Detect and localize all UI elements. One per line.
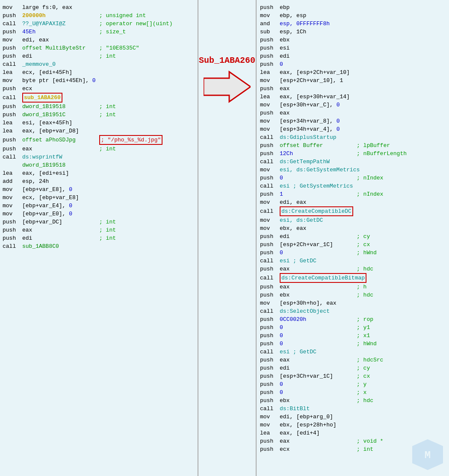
table-row: pusheax (260, 109, 446, 117)
mnemonic: call (3, 94, 22, 102)
mnemonic: mov (260, 76, 280, 85)
operand: ebp (280, 3, 357, 12)
arrow-icon (204, 70, 251, 104)
mnemonic: call (3, 242, 22, 250)
comment: ; y (357, 380, 366, 388)
table-row: pushedi (260, 52, 446, 60)
mnemonic: push (260, 44, 280, 52)
table-row: pushoffset Buffer ; lpBuffer (260, 141, 446, 150)
operand: byte ptr [edi+45Eh], 0 (22, 76, 99, 85)
mnemonic: call (260, 182, 280, 190)
operand: [esp+34h+var_4], 0 (280, 125, 357, 133)
comment: ; cx (357, 241, 370, 249)
table-row: leaeax, [esp+2Ch+var_10] (260, 68, 446, 76)
table-row: push[esp+3Ch+var_1C] ; cx (260, 372, 446, 380)
svg-text:M: M (425, 450, 431, 461)
mnemonic: push (3, 218, 22, 226)
table-row: pushdword_1B19518 ; int (3, 103, 194, 111)
operand: ebp, esp (280, 12, 357, 20)
mnemonic: push (260, 150, 280, 158)
operand: edi, eax (280, 198, 357, 206)
operand: [esp+2Ch+var_10], 1 (280, 76, 357, 85)
table-row: leaeax, [edi+esi] (3, 169, 194, 177)
left-code-block: movlarge fs:0, eaxpush200000h ; unsigned… (3, 3, 194, 250)
table-row: movlarge fs:0, eax (3, 3, 194, 12)
panel-divider (198, 0, 198, 476)
table-row: push0 ; hWnd (260, 249, 446, 257)
mnemonic: call (260, 274, 280, 282)
table-row: push12Ch ; nBufferLength (260, 150, 446, 158)
table-row: callds:BitBlt (260, 405, 446, 413)
comment: ; hdc (357, 397, 373, 405)
comment: ; lpBuffer (357, 141, 390, 150)
mnemonic: call (260, 133, 280, 141)
table-row: callsub_1ABB8C0 (3, 242, 194, 250)
table-row: push0 ; nIndex (260, 174, 446, 182)
mnemonic: mov (260, 421, 280, 429)
mnemonic: mov (260, 216, 280, 224)
operand: 0 (280, 332, 357, 340)
mnemonic: mov (260, 117, 280, 125)
comment: ; "10E8535C" (99, 44, 139, 52)
table-row: mov[esp+34h+var_4], 0 (260, 125, 446, 133)
operand: [esp+2Ch+var_1C] (280, 241, 357, 249)
table-row: callesi ; GetDC (260, 348, 446, 356)
table-row: push0 ; hWnd (260, 340, 446, 348)
table-row: pushedi ; int (3, 52, 194, 60)
operand: eax (280, 85, 357, 93)
mnemonic: push (260, 388, 280, 397)
mnemonic: push (3, 136, 22, 144)
operand: ecx (22, 85, 99, 93)
operand: ds:wsprintfW (22, 153, 99, 161)
table-row: movebx, eax (260, 224, 446, 232)
table-row: callesi ; GetSystemMetrics (260, 182, 446, 190)
comment: ; operator new[](uint) (99, 20, 173, 28)
table-row: push0 (260, 60, 446, 68)
mnemonic: push (260, 315, 280, 323)
table-row: mov[esp+30h+ho], eax (260, 299, 446, 307)
operand: dword_1B19518 (22, 161, 99, 169)
operand: dword_1B19518 (22, 103, 99, 111)
table-row: callesi ; GetDC (260, 257, 446, 265)
mnemonic: push (3, 111, 22, 119)
comment: ; int (99, 226, 116, 234)
table-row: mov[esp+34h+var_8], 0 (260, 117, 446, 125)
mnemonic: push (260, 397, 280, 405)
operand: esi, ds:GetDC (280, 216, 357, 224)
operand: [ebp+var_E4], 0 (22, 202, 99, 210)
operand: ebx, [esp+28h+ho] (280, 421, 357, 429)
operand: esp, 0FFFFFFF8h (280, 20, 357, 28)
table-row: callds:CreateCompatibleBitmap (260, 273, 446, 283)
mnemonic: call (260, 158, 280, 166)
mnemonic: call (260, 257, 280, 265)
table-row: pusheax ; h (260, 283, 446, 291)
operand: eax (22, 145, 99, 153)
operand: 0CC0020h (280, 315, 357, 323)
operand: offset Buffer (280, 141, 357, 150)
table-row: push0CC0020h ; rop (260, 315, 446, 323)
operand: eax (22, 226, 99, 234)
operand: ebx (280, 291, 357, 299)
comment: ; x1 (357, 332, 370, 340)
table-row: callds:wsprintfW (3, 153, 194, 161)
mnemonic: mov (3, 185, 22, 194)
mnemonic: call (260, 348, 280, 356)
operand: edi (22, 234, 99, 242)
mnemonic: push (260, 340, 280, 348)
operand: 0 (280, 340, 357, 348)
operand: [ebp+var_DC] (22, 218, 99, 226)
operand: eax, [edi+4] (280, 429, 357, 437)
mnemonic: mov (3, 3, 22, 12)
mnemonic: push (260, 85, 280, 93)
comment: ; hdcSrc (357, 356, 383, 364)
operand: eax (280, 356, 357, 364)
operand: sub_1ABA260 (22, 93, 99, 103)
mnemonic: push (260, 323, 280, 332)
comment: ; int (357, 445, 373, 453)
mnemonic: call (260, 207, 280, 215)
comment: ; int (99, 218, 116, 226)
operand: ecx, [ebp+var_E8] (22, 194, 99, 202)
table-row: movedi, eax (260, 198, 446, 206)
mnemonic: lea (3, 68, 22, 76)
left-panel: movlarge fs:0, eaxpush200000h ; unsigned… (0, 0, 197, 476)
